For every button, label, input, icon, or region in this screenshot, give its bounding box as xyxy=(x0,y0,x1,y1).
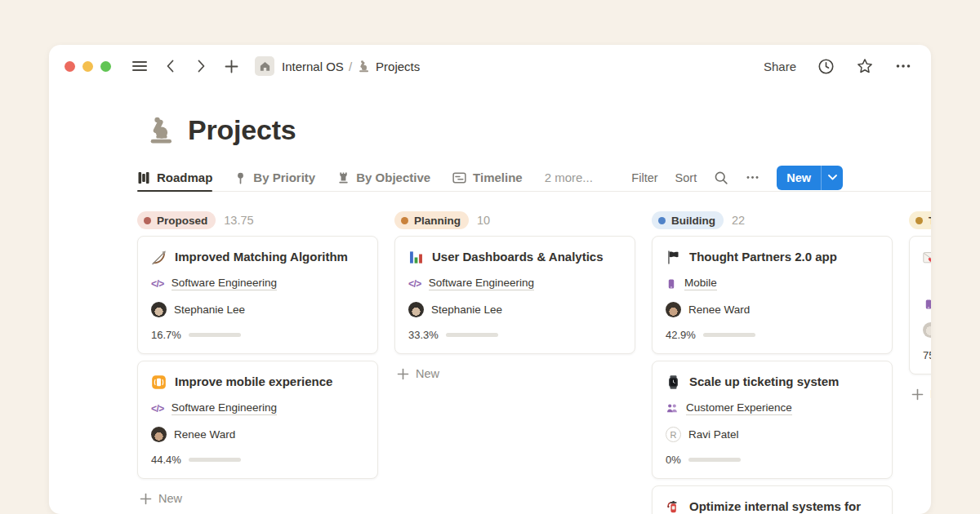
column-count: 22 xyxy=(732,214,745,227)
microscope-icon xyxy=(357,60,371,73)
more-views-button[interactable]: 2 more... xyxy=(545,171,593,184)
tab-by-objective[interactable]: By Objective xyxy=(337,164,430,191)
card-thought-partners-app[interactable]: Thought Partners 2.0 app Mobile Renee Wa… xyxy=(652,236,893,354)
mobile-icon xyxy=(666,277,677,290)
view-options-icon[interactable] xyxy=(746,171,760,184)
tab-by-priority[interactable]: By Priority xyxy=(234,164,315,191)
column-header: Planning 10 xyxy=(394,211,635,229)
add-card-button[interactable]: New xyxy=(909,388,931,401)
new-tab-icon[interactable] xyxy=(224,59,239,74)
card-scale-up-ticketing-system[interactable]: Scale up ticketing system Customer Exper… xyxy=(652,361,893,479)
sort-button[interactable]: Sort xyxy=(675,171,697,184)
avatar xyxy=(923,322,931,338)
team-tag-link[interactable]: Software Engineering xyxy=(172,277,277,290)
new-button-dropdown[interactable] xyxy=(821,166,843,190)
timeline-view-icon xyxy=(452,171,466,184)
progress-bar xyxy=(189,333,241,337)
card-title: Improve mobile experience xyxy=(175,374,332,390)
breadcrumb-root-link[interactable]: Internal OS xyxy=(282,60,344,73)
plus-icon xyxy=(140,493,152,505)
person-name: Ravi Patel xyxy=(688,428,739,441)
code-icon: </> xyxy=(151,278,164,290)
card-improved-matching-algorithm[interactable]: Improved Matching Algorithm </> Software… xyxy=(137,236,378,354)
search-icon[interactable] xyxy=(714,171,728,185)
board-view-icon xyxy=(137,171,150,184)
person-name: Renee Ward xyxy=(174,428,235,441)
progress-percent: 16.7% xyxy=(151,329,181,341)
avatar xyxy=(151,302,167,317)
home-icon[interactable] xyxy=(255,56,274,76)
topbar-actions: Share xyxy=(764,57,911,75)
status-dot xyxy=(915,217,923,224)
forward-icon[interactable] xyxy=(194,59,208,73)
tab-roadmap[interactable]: Roadmap xyxy=(137,164,212,191)
avatar xyxy=(408,302,424,317)
rook-icon xyxy=(337,171,350,184)
progress-bar xyxy=(688,458,741,462)
board-toolbar: Filter Sort New xyxy=(631,166,843,190)
card-title: Improved Matching Algorithm xyxy=(175,249,348,265)
microscope-page-icon[interactable] xyxy=(145,115,176,146)
column-header: Proposed 13.75 xyxy=(137,211,378,229)
back-icon[interactable] xyxy=(163,59,178,73)
team-tag-link[interactable]: Software Engineering xyxy=(172,401,277,415)
favorite-star-icon[interactable] xyxy=(856,57,874,75)
minimize-window-button[interactable] xyxy=(82,61,93,72)
status-badge[interactable]: Proposed xyxy=(137,211,216,229)
column-testing: Testing 75% xyxy=(909,211,931,401)
breadcrumb-separator: / xyxy=(349,60,352,73)
tab-timeline[interactable]: Timeline xyxy=(452,164,523,191)
status-badge[interactable]: Building xyxy=(652,211,724,229)
card-optimize-internal-systems[interactable]: Optimize internal systems for xyxy=(652,485,893,514)
team-tag-link[interactable]: Customer Experience xyxy=(686,401,792,415)
watch-icon xyxy=(666,374,681,390)
sidebar-menu-icon[interactable] xyxy=(131,58,148,74)
filter-button[interactable]: Filter xyxy=(631,171,657,184)
card-user-dashboards-analytics[interactable]: User Dashboards & Analytics </> Software… xyxy=(394,236,635,354)
card-title: User Dashboards & Analytics xyxy=(432,249,604,265)
column-count: 10 xyxy=(477,214,490,227)
team-tag-link[interactable]: Mobile xyxy=(684,277,717,290)
mobile-vibration-icon xyxy=(151,374,167,390)
bow-and-arrow-icon xyxy=(151,250,167,265)
share-button[interactable]: Share xyxy=(764,60,796,73)
window-controls xyxy=(65,61,111,72)
progress-percent: 75% xyxy=(923,349,931,361)
progress-percent: 0% xyxy=(666,454,681,466)
new-button-group: New xyxy=(777,166,843,190)
add-card-button[interactable]: New xyxy=(394,367,635,380)
new-button[interactable]: New xyxy=(777,166,821,190)
column-count: 13.75 xyxy=(224,214,253,227)
card-improve-mobile-experience[interactable]: Improve mobile experience </> Software E… xyxy=(137,361,378,479)
card-testing-item[interactable]: 75% xyxy=(909,236,931,374)
person-name: Stephanie Lee xyxy=(174,304,245,316)
app-window: Internal OS / Projects Share Projects xyxy=(49,45,931,514)
team-tag-link[interactable]: Software Engineering xyxy=(429,277,534,290)
breadcrumb: Internal OS / Projects xyxy=(282,60,420,73)
page-header: Projects xyxy=(145,114,931,146)
avatar-initial: R xyxy=(666,427,681,442)
mobile-icon xyxy=(923,298,931,311)
close-window-button[interactable] xyxy=(65,61,75,72)
status-badge[interactable]: Testing xyxy=(909,211,931,229)
add-card-button[interactable]: New xyxy=(137,492,378,505)
status-badge[interactable]: Planning xyxy=(394,211,469,229)
column-header: Testing xyxy=(909,211,931,229)
card-title: Thought Partners 2.0 app xyxy=(689,249,837,265)
progress-bar xyxy=(703,333,755,337)
card-title: Optimize internal systems for xyxy=(689,498,861,514)
breadcrumb-page-link[interactable]: Projects xyxy=(376,60,420,73)
progress-percent: 42.9% xyxy=(666,329,696,341)
column-building: Building 22 Thought Partners 2.0 app Mob… xyxy=(652,211,893,514)
chevron-down-icon xyxy=(828,175,837,180)
fire-extinguisher-icon xyxy=(666,499,681,514)
kanban-board: Proposed 13.75 Improved Matching Algorit… xyxy=(137,211,931,514)
person-name: Renee Ward xyxy=(688,304,750,316)
updates-clock-icon[interactable] xyxy=(817,58,835,75)
code-icon: </> xyxy=(151,403,164,414)
bar-chart-icon xyxy=(408,250,424,265)
more-options-icon[interactable] xyxy=(895,58,911,74)
zoom-window-button[interactable] xyxy=(100,61,111,72)
progress-percent: 33.3% xyxy=(408,329,439,341)
status-dot xyxy=(658,217,666,224)
